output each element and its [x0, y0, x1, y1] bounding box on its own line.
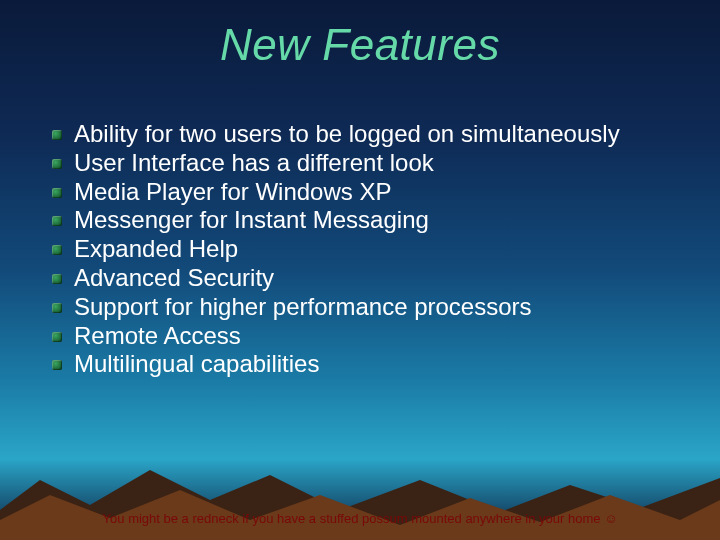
footer-joke: You might be a redneck if you have a stu… [103, 511, 605, 526]
list-item-label: Advanced Security [74, 264, 274, 291]
list-item: Expanded Help [50, 235, 680, 264]
list-item: Advanced Security [50, 264, 680, 293]
list-item: Support for higher performance processor… [50, 293, 680, 322]
list-item-label: Messenger for Instant Messaging [74, 206, 429, 233]
list-item: Media Player for Windows XP [50, 178, 680, 207]
bullet-icon [52, 188, 62, 198]
list-item: User Interface has a different look [50, 149, 680, 178]
smile-icon: ☺ [604, 511, 617, 526]
list-item-label: Support for higher performance processor… [74, 293, 532, 320]
list-item-label: Ability for two users to be logged on si… [74, 120, 620, 147]
list-item: Messenger for Instant Messaging [50, 206, 680, 235]
list-item-label: User Interface has a different look [74, 149, 434, 176]
footer-text: You might be a redneck if you have a stu… [0, 511, 720, 526]
bullet-icon [52, 245, 62, 255]
bullet-icon [52, 332, 62, 342]
list-item-label: Expanded Help [74, 235, 238, 262]
bullet-icon [52, 159, 62, 169]
list-item-label: Media Player for Windows XP [74, 178, 391, 205]
bullet-icon [52, 274, 62, 284]
list-item: Ability for two users to be logged on si… [50, 120, 680, 149]
list-item-label: Remote Access [74, 322, 241, 349]
list-item: Remote Access [50, 322, 680, 351]
slide-title: New Features [0, 20, 720, 70]
bullet-icon [52, 303, 62, 313]
feature-list: Ability for two users to be logged on si… [50, 120, 680, 379]
slide-body: Ability for two users to be logged on si… [50, 120, 680, 379]
slide: New Features Ability for two users to be… [0, 0, 720, 540]
bullet-icon [52, 360, 62, 370]
list-item: Multilingual capabilities [50, 350, 680, 379]
bullet-icon [52, 216, 62, 226]
bullet-icon [52, 130, 62, 140]
list-item-label: Multilingual capabilities [74, 350, 319, 377]
